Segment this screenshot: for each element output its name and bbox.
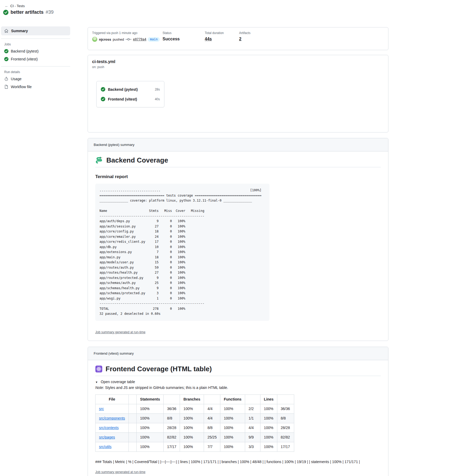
coverage-value-cell: 100% — [260, 423, 277, 432]
sidebar-usage-label: Usage — [11, 77, 21, 81]
sidebar-item-backend-job[interactable]: Backend (pytest) — [1, 47, 70, 55]
job-success-icon — [4, 49, 8, 53]
coverage-value-cell: 2/2 — [245, 404, 260, 413]
node-backend-name: Backend (pytest) — [108, 87, 152, 92]
sidebar-frontend-label: Frontend (vitest) — [11, 57, 38, 61]
coverage-table-header-cell: File — [96, 394, 129, 404]
coverage-value-cell: 36/36 — [164, 404, 180, 413]
coverage-table-header-cell — [277, 394, 294, 404]
node-job-frontend[interactable]: Frontend (vitest) 40s — [97, 94, 164, 104]
coverage-table-header-cell — [204, 394, 220, 404]
backend-summary-card: Backend (pytest) summary Backend Coverag… — [88, 138, 388, 341]
coverage-value-cell: 1/1 — [245, 413, 260, 423]
node-frontend-name: Frontend (vitest) — [108, 97, 152, 101]
coverage-value-cell: 4/4 — [245, 423, 260, 432]
duration-value[interactable]: 44s — [205, 37, 239, 41]
sidebar-item-usage[interactable]: Usage — [1, 75, 70, 83]
file-icon — [4, 85, 8, 89]
sidebar-backend-label: Backend (pytest) — [11, 49, 39, 53]
coverage-table-header-cell — [164, 394, 180, 404]
success-check-icon — [3, 10, 8, 15]
breadcrumb-label[interactable]: CI - Tests — [10, 4, 25, 8]
workflow-graph-card: ci-tests.yml on: push Backend (pytest) 2… — [88, 55, 388, 132]
workflow-job-node: Backend (pytest) 28s Frontend (vitest) 4… — [96, 81, 164, 107]
coverage-value-cell: 100% — [136, 442, 163, 451]
frontend-coverage-title: Frontend Coverage (HTML table) — [95, 363, 381, 376]
jobs-caption: Jobs — [4, 42, 70, 46]
frontend-coverage-title-text: Frontend Coverage (HTML table) — [106, 365, 212, 373]
terminal-coverage-report: ................................ [100%] … — [95, 184, 269, 321]
run-details-caption: Run details — [4, 70, 70, 74]
commit-sha-link[interactable]: e0779a4 — [133, 37, 146, 41]
actor-action: pushed — [113, 37, 124, 41]
run-number: #39 — [46, 9, 54, 15]
actor-name[interactable]: njcross — [99, 37, 111, 41]
coverage-value-cell: 100% — [136, 432, 163, 442]
branch-badge[interactable]: main — [148, 37, 160, 42]
status-value: Success — [163, 37, 205, 41]
run-title: better artifacts #39 — [3, 9, 54, 15]
empty-cell — [129, 442, 136, 451]
coverage-value-cell: 100% — [180, 413, 204, 423]
sidebar-item-workflow-file[interactable]: Workflow file — [1, 83, 70, 91]
coverage-value-cell: 100% — [260, 442, 277, 451]
file-link[interactable]: src — [99, 407, 104, 411]
artifacts-label: Artifacts — [239, 31, 250, 35]
job-success-icon — [101, 97, 105, 101]
coverage-value-cell: 4/4 — [204, 404, 220, 413]
coverage-value-cell: 36/36 — [277, 404, 294, 413]
workflow-file-name: ci-tests.yml — [92, 59, 384, 64]
sidebar-item-frontend-job[interactable]: Frontend (vitest) — [1, 55, 70, 63]
run-name: better artifacts — [11, 9, 44, 15]
coverage-value-cell: 100% — [180, 404, 204, 413]
coverage-value-cell: 100% — [260, 413, 277, 423]
coverage-value-cell: 82/82 — [164, 432, 180, 442]
empty-cell — [129, 432, 136, 442]
file-link[interactable]: src/utils — [99, 445, 111, 449]
sidebar-summary-label: Summary — [11, 29, 28, 33]
frontend-summary-header: Frontend (vitest) summary — [88, 347, 388, 360]
node-job-backend[interactable]: Backend (pytest) 28s — [97, 84, 164, 94]
file-link[interactable]: src/pages — [99, 435, 115, 439]
coverage-value-cell: 8/8 — [277, 413, 294, 423]
frontend-job-summary-link[interactable]: Job summary generated at run-time — [95, 470, 145, 474]
artifacts-count[interactable]: 2 — [239, 37, 250, 41]
back-arrow-icon[interactable]: ← — [5, 4, 8, 8]
coverage-table-header-cell — [245, 394, 260, 404]
coverage-table-toggle[interactable]: ▼ Open coverage table — [95, 380, 381, 384]
coverage-table-header-cell: Lines — [260, 394, 277, 404]
coverage-value-cell: 82/82 — [277, 432, 294, 442]
coverage-value-cell: 8/8 — [204, 423, 220, 432]
coverage-value-cell: 17/17 — [277, 442, 294, 451]
job-success-icon — [101, 87, 105, 92]
coverage-value-cell: 25/25 — [204, 432, 220, 442]
coverage-value-cell: 7/7 — [204, 442, 220, 451]
main-content: Triggered via push 1 minute ago njcross … — [88, 27, 388, 476]
empty-cell — [129, 423, 136, 432]
breadcrumb[interactable]: ← CI - Tests — [5, 4, 25, 8]
commit-icon — [126, 38, 131, 41]
disclosure-triangle-icon: ▼ — [95, 381, 98, 384]
table-row: src/utils100%17/17100%7/7100%3/3100%17/1… — [96, 442, 294, 451]
coverage-table-body: src100%36/36100%4/4100%2/2100%36/36src/c… — [96, 404, 294, 451]
coverage-table: FileStatementsBranchesFunctionsLines src… — [95, 394, 294, 452]
coverage-value-cell: 100% — [220, 432, 245, 442]
file-link[interactable]: src/contexts — [99, 426, 119, 430]
coverage-table-toggle-label: Open coverage table — [101, 380, 135, 384]
sidebar-item-summary[interactable]: Summary — [1, 26, 70, 35]
coverage-value-cell: 28/28 — [164, 423, 180, 432]
coverage-value-cell: 100% — [180, 423, 204, 432]
sidebar-divider — [1, 39, 70, 39]
job-success-icon — [4, 57, 8, 61]
sidebar: Summary Jobs Backend (pytest) Frontend (… — [1, 26, 70, 91]
coverage-value-cell: 28/28 — [277, 423, 294, 432]
coverage-table-header-cell: Functions — [220, 394, 245, 404]
backend-job-summary-link[interactable]: Job summary generated at run-time — [95, 330, 145, 334]
frontend-summary-card: Frontend (vitest) summary Frontend Cover… — [88, 347, 388, 476]
status-label: Status — [163, 31, 205, 35]
actor-avatar[interactable] — [92, 37, 97, 42]
coverage-table-header-cell: Statements — [136, 394, 163, 404]
node-frontend-duration: 40s — [155, 97, 160, 101]
file-link[interactable]: src/components — [99, 416, 125, 420]
snake-icon — [95, 156, 103, 164]
